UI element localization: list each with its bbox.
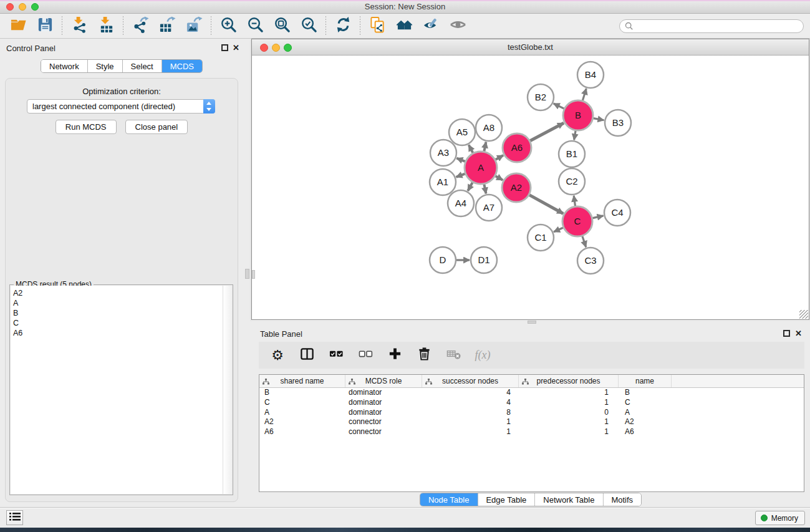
table-row[interactable]: Bdominator41B [259,388,804,398]
tab-network[interactable]: Network [41,60,88,72]
table-cell[interactable]: dominator [345,388,422,398]
graph-edge-C-C1[interactable] [554,228,563,232]
mcds-result-item[interactable]: A [11,298,232,308]
table-row[interactable]: A2connector11A2 [259,417,804,427]
unselect-all-columns-button[interactable] [357,347,374,364]
table-tab-network-table[interactable]: Network Table [535,493,603,506]
column-header-predecessor-nodes[interactable]: predecessor nodes [519,375,619,387]
graph-node-A8[interactable]: A8 [476,115,502,141]
close-panel-icon[interactable]: ✕ [233,43,239,52]
table-cell[interactable]: 1 [519,398,619,408]
graph-edge-A2-C[interactable] [529,195,563,214]
close-table-panel-icon[interactable]: ✕ [795,329,802,338]
mcds-result-item[interactable]: B [11,308,232,318]
table-cell[interactable]: C [259,398,345,408]
table-cell[interactable]: A [619,408,672,418]
memory-button[interactable]: Memory [755,511,805,525]
column-header-successor-nodes[interactable]: successor nodes [422,375,519,387]
table-cell[interactable]: C [619,398,672,408]
horizontal-splitter[interactable] [251,320,809,324]
table-cell[interactable]: connector [345,417,422,427]
table-row[interactable]: A6connector11A6 [259,427,804,437]
function-builder-button[interactable]: f(x) [475,347,491,364]
graph-edge-A-A5[interactable] [469,145,473,153]
refresh-view-button[interactable] [334,17,352,36]
graph-edge-B-B3[interactable] [594,118,604,120]
mcds-result-item[interactable]: A2 [11,288,232,298]
table-tab-edge-table[interactable]: Edge Table [478,493,535,506]
network-canvas[interactable]: B4B2BB3A8A5A6A3B1AA1C2A2A4A7C4CC1C3DD1 [252,56,809,319]
graph-node-A4[interactable]: A4 [448,190,474,216]
graph-node-A1[interactable]: A1 [430,169,456,195]
graph-node-B4[interactable]: B4 [577,62,604,88]
column-header-MCDS-role[interactable]: MCDS role [345,375,422,387]
run-mcds-button[interactable]: Run MCDS [55,120,117,134]
graph-edge-A6-B[interactable] [530,123,564,141]
table-cell[interactable]: A [259,408,345,418]
export-image-button[interactable] [185,17,203,36]
delete-column-button[interactable] [416,347,432,364]
graph-edge-B-B1[interactable] [574,131,576,140]
tab-mcds[interactable]: MCDS [162,60,202,72]
table-cell[interactable]: A6 [619,427,672,437]
home-button[interactable] [395,17,413,36]
show-task-history-button[interactable] [6,510,23,525]
graph-node-B3[interactable]: B3 [605,110,631,136]
table-cell[interactable]: B [259,388,345,398]
clone-network-button[interactable] [368,17,387,36]
result-scrollbar[interactable] [223,286,232,494]
export-network-button[interactable] [131,17,150,36]
graph-edge-A-A8[interactable] [484,142,486,152]
table-options-button[interactable]: ⚙ [269,347,286,364]
table-cell[interactable]: 8 [422,408,519,418]
table-tab-node-table[interactable]: Node Table [420,493,478,506]
graph-node-C1[interactable]: C1 [528,225,554,251]
open-session-button[interactable] [9,17,27,36]
table-cell[interactable]: A6 [259,427,345,437]
import-network-button[interactable] [70,17,89,36]
graph-node-D1[interactable]: D1 [471,247,497,273]
graph-edge-C-C3[interactable] [582,236,586,247]
graph-node-A6[interactable]: A6 [503,133,531,162]
zoom-selected-button[interactable] [299,17,318,36]
optimization-criterion-select[interactable]: largest connected component (directed) [27,99,215,114]
table-cell[interactable]: 1 [519,417,619,427]
tab-style[interactable]: Style [88,60,123,72]
search-input[interactable] [619,19,804,33]
delete-table-button[interactable] [445,347,461,364]
hide-annotations-button[interactable] [422,17,440,36]
table-cell[interactable]: 1 [519,388,619,398]
graph-node-C3[interactable]: C3 [577,248,604,274]
graph-edge-B-B2[interactable] [554,104,564,109]
graph-edge-A-A1[interactable] [456,174,465,177]
import-table-button[interactable] [97,17,115,36]
zoom-in-button[interactable] [219,17,238,36]
graph-node-A2[interactable]: A2 [502,173,531,202]
show-columns-button[interactable] [299,347,315,364]
column-header-shared-name[interactable]: shared name [259,375,345,387]
float-table-panel-icon[interactable] [783,330,790,337]
table-cell[interactable]: dominator [345,408,422,418]
table-cell[interactable]: 1 [422,417,519,427]
zoom-fit-button[interactable] [272,17,291,36]
graph-node-A3[interactable]: A3 [430,140,456,166]
table-tab-motifs[interactable]: Motifs [603,493,641,506]
graph-node-C2[interactable]: C2 [559,168,585,195]
graph-edge-B-B4[interactable] [582,89,586,100]
mcds-result-item[interactable]: C [11,318,232,328]
resize-grip-icon[interactable] [799,310,808,319]
table-cell[interactable]: 1 [519,427,619,437]
graph-node-B[interactable]: B [563,100,593,130]
graph-node-B2[interactable]: B2 [528,84,554,110]
table-row[interactable]: Adominator80A [259,408,804,418]
graph-node-D[interactable]: D [430,247,456,273]
show-graphics-details-button[interactable] [448,17,467,36]
export-table-button[interactable] [158,17,176,36]
graph-node-B1[interactable]: B1 [559,141,585,167]
table-cell[interactable]: connector [345,427,422,437]
network-window-titlebar[interactable]: testGlobe.txt [252,39,809,56]
table-cell[interactable]: dominator [345,398,422,408]
table-cell[interactable]: A2 [259,417,345,427]
table-cell[interactable]: 0 [519,408,619,418]
graph-edge-C-C2[interactable] [574,196,575,206]
